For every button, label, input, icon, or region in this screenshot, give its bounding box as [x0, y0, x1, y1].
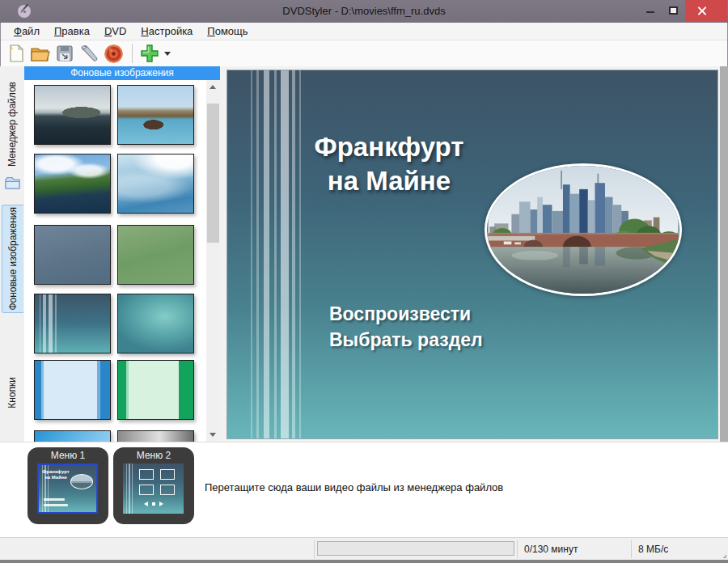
menus-strip: Меню 1 Франкфурт на Майне Меню 2 — [0, 442, 728, 537]
dvd-button-select-chapter[interactable]: Выбрать раздел — [329, 329, 483, 351]
menu-2-tile[interactable]: Меню 2 — [113, 447, 194, 524]
wrench-icon — [78, 43, 99, 64]
dvdstyler-window: DVDStyler - D:\movies\ffm_ru.dvds Файл П… — [0, 0, 728, 563]
menu-file[interactable]: Файл — [6, 23, 47, 39]
menu-1-preview-oval — [70, 474, 93, 489]
drag-drop-hint: Перетащите сюда ваши видео файлы из мене… — [205, 481, 503, 493]
maximize-icon — [669, 6, 678, 15]
background-thumbnail-9[interactable] — [34, 360, 111, 420]
burn-dvd-button[interactable] — [102, 42, 125, 65]
bitrate-field: 8 МБ/с — [632, 538, 728, 560]
green-plus-icon — [140, 44, 159, 63]
burn-disc-icon — [104, 44, 124, 64]
background-thumbnail-2[interactable] — [117, 85, 194, 145]
toolbar-separator — [132, 44, 133, 63]
menu-2-preview — [123, 464, 184, 514]
add-menu-dropdown-arrow[interactable] — [164, 52, 171, 56]
status-bar: 0/130 минут 8 МБ/с — [0, 537, 728, 560]
window-title: DVDStyler - D:\movies\ffm_ru.dvds — [0, 0, 728, 23]
file-manager-folder-icon — [5, 176, 20, 189]
background-thumbnail-1[interactable] — [34, 85, 111, 145]
main-area: Менеджер файлов Фоновые изображения Кноп… — [0, 66, 728, 442]
backgrounds-thumbnail-list — [24, 80, 206, 442]
window-right-gutter — [720, 66, 728, 442]
background-thumbnail-7[interactable] — [34, 294, 111, 353]
capacity-gauge-field — [315, 538, 517, 560]
background-thumbnail-12[interactable] — [117, 430, 194, 442]
frankfurt-photo-oval[interactable] — [485, 163, 682, 296]
menu-1-preview: Франкфурт на Майне — [37, 464, 98, 514]
menu-dvd[interactable]: DVD — [97, 23, 133, 39]
sidebar-tab-backgrounds[interactable]: Фоновые изображения — [2, 205, 23, 313]
title-bar: DVDStyler - D:\movies\ffm_ru.dvds — [0, 0, 728, 23]
backgrounds-panel: Фоновые изображения — [24, 66, 220, 442]
sidebar-tabstrip: Менеджер файлов Фоновые изображения Кноп… — [0, 66, 24, 442]
next-arrow-icon — [159, 502, 163, 506]
close-button[interactable] — [685, 0, 727, 22]
canvas-area: Франкфурт на Майне — [220, 66, 728, 442]
open-folder-icon — [30, 44, 51, 63]
dvd-button-play[interactable]: Воспроизвести — [329, 303, 471, 325]
add-menu-button[interactable] — [138, 42, 161, 65]
duration-field: 0/130 минут — [518, 538, 631, 560]
new-document-icon — [6, 44, 26, 63]
new-project-button[interactable] — [5, 42, 28, 65]
maximize-button[interactable] — [662, 0, 685, 22]
toolbar — [1, 40, 727, 66]
open-project-button[interactable] — [29, 42, 52, 65]
menu-1-tile[interactable]: Меню 1 Франкфурт на Майне — [28, 447, 108, 524]
minimize-icon — [646, 11, 654, 13]
background-thumbnail-6[interactable] — [117, 225, 194, 285]
frankfurt-skyline-image — [487, 166, 679, 294]
minimize-button[interactable] — [638, 0, 662, 22]
menu-dot-icon — [152, 502, 155, 506]
menu-edit[interactable]: Правка — [47, 23, 97, 39]
scrollbar-thumb[interactable] — [207, 104, 219, 243]
sidebar-tab-file-manager[interactable]: Менеджер файлов — [0, 73, 24, 175]
menu-help[interactable]: Помощь — [200, 23, 255, 39]
background-thumbnail-3[interactable] — [34, 154, 111, 214]
scroll-up-arrow-icon[interactable] — [206, 80, 220, 94]
backgrounds-panel-header: Фоновые изображения — [24, 66, 220, 80]
background-thumbnail-10[interactable] — [117, 360, 194, 420]
background-thumbnail-11[interactable] — [34, 430, 111, 442]
sidebar-tab-buttons[interactable]: Кнопки — [0, 368, 24, 417]
save-project-button[interactable] — [53, 42, 76, 65]
scroll-down-arrow-icon[interactable] — [206, 428, 220, 442]
prev-arrow-icon — [144, 502, 148, 506]
status-message-field — [0, 538, 314, 560]
capacity-gauge — [317, 541, 514, 556]
dvd-menu-title[interactable]: Франкфурт на Майне — [276, 130, 502, 198]
menu-bar: Файл Правка DVD Настройка Помощь — [1, 23, 727, 40]
background-thumbnail-4[interactable] — [117, 154, 194, 214]
menu-settings[interactable]: Настройка — [133, 23, 200, 39]
background-thumbnail-8[interactable] — [117, 294, 194, 353]
menu-1-label: Меню 1 — [28, 450, 108, 461]
backgrounds-scrollbar[interactable] — [206, 80, 220, 442]
dvd-menu-canvas[interactable]: Франкфурт на Майне — [226, 70, 718, 439]
settings-button[interactable] — [78, 42, 100, 65]
save-icon — [55, 44, 74, 63]
background-thumbnail-5[interactable] — [34, 225, 111, 285]
window-bottom-edge — [0, 560, 728, 563]
menu-2-label: Меню 2 — [113, 450, 194, 461]
